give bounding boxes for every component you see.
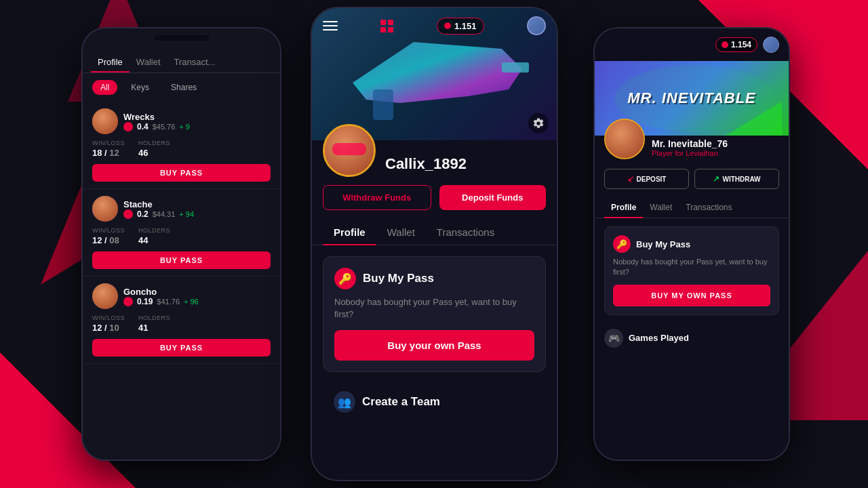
right-username: Mr. Inevitable_76 xyxy=(652,138,728,149)
center-token-icon xyxy=(527,16,546,35)
player-info-goncho: Goncho 0.19 $41.76 + 96 xyxy=(123,287,271,306)
right-token-badge: 1.154 xyxy=(715,37,757,52)
left-notch xyxy=(155,35,209,41)
center-token-count: 1.151 xyxy=(454,21,477,31)
player-price-wrecks: 0.4 $45.76 + 9 xyxy=(123,122,271,131)
wl-stat-wrecks: WIN/LOSS 18 / 12 xyxy=(92,140,125,159)
phone-right: 1.154 MR. INEVITABLE xyxy=(593,27,790,461)
change-stache: + 94 xyxy=(179,210,194,218)
buy-pass-desc-center: Nobody has bought your Pass yet, want to… xyxy=(334,296,534,321)
right-buy-pass-card: 🔑 Buy My Pass Nobody has bought your Pas… xyxy=(604,226,779,315)
player-stats-goncho: WIN/LOSS 12 / 10 HOLDERS 41 xyxy=(92,314,271,333)
holders-value-goncho: 41 xyxy=(138,323,148,333)
player-name-wrecks: Wrecks xyxy=(123,112,271,122)
filter-shares-button[interactable]: Shares xyxy=(163,80,205,95)
holders-stat-goncho: HOLDERS 41 xyxy=(138,314,170,333)
usd-value-wrecks: $45.76 xyxy=(153,123,176,131)
key-icon-stache xyxy=(123,209,133,219)
buy-pass-button-stache[interactable]: BUY PASS xyxy=(92,251,271,269)
holders-stat-wrecks: HOLDERS 46 xyxy=(138,140,170,159)
holders-label-stache: HOLDERS xyxy=(138,227,170,234)
buy-pass-button-goncho[interactable]: BUY PASS xyxy=(92,339,271,357)
wl-value-goncho: 12 / 10 xyxy=(92,323,119,333)
center-action-buttons: Withdraw Funds Deposit Funds xyxy=(312,185,557,220)
right-user-info: Mr. Inevitable_76 Player for Leviathan xyxy=(652,136,728,157)
right-pass-desc: Nobody has bought your Pass yet, want to… xyxy=(613,257,770,278)
buy-pass-header-center: 🔑 Buy My Pass xyxy=(334,268,534,289)
right-team-info: Player for Leviathan xyxy=(652,149,728,157)
left-tabs-bar: Profile Wallet Transact... xyxy=(83,46,280,73)
pass-icon-center: 🔑 xyxy=(334,268,356,289)
right-avatar xyxy=(604,119,645,159)
create-team-icon: 👥 xyxy=(334,391,355,413)
center-tab-transactions[interactable]: Transactions xyxy=(426,220,505,245)
avatar-stache xyxy=(92,196,118,222)
buy-pass-card-center: 🔑 Buy My Pass Nobody has bought your Pas… xyxy=(323,256,546,372)
change-wrecks: + 9 xyxy=(179,123,190,131)
left-tab-wallet[interactable]: Wallet xyxy=(130,53,167,73)
right-hero-text: MR. INEVITABLE xyxy=(627,89,756,107)
create-team-title: Create a Team xyxy=(362,395,440,409)
player-info-stache: Stache 0.2 $44.31 + 94 xyxy=(123,199,271,219)
key-icon-wrecks xyxy=(123,122,133,131)
deposit-funds-button[interactable]: Deposit Funds xyxy=(439,185,547,210)
gear-icon[interactable] xyxy=(528,113,549,134)
phones-container: Profile Wallet Transact... All Keys Shar… xyxy=(0,0,868,488)
withdraw-funds-button[interactable]: Withdraw Funds xyxy=(323,185,431,210)
right-deposit-button[interactable]: ↙ DEPOSIT xyxy=(604,169,689,189)
center-hero: 1.151 xyxy=(312,8,557,140)
center-avatar-wrap xyxy=(323,124,376,177)
avatar-wrecks xyxy=(92,108,118,134)
create-team-row: 👥 Create a Team xyxy=(323,382,546,422)
wl-value-wrecks: 18 / 12 xyxy=(92,148,119,158)
right-withdraw-button[interactable]: ↗ WITHDRAW xyxy=(694,169,779,189)
wl-value-stache: 12 / 08 xyxy=(92,235,119,245)
right-profile-section: Mr. Inevitable_76 Player for Leviathan xyxy=(595,136,789,166)
center-tab-wallet[interactable]: Wallet xyxy=(376,220,426,245)
right-pass-title: Buy My Pass xyxy=(636,239,690,249)
right-tab-wallet[interactable]: Wallet xyxy=(643,197,679,218)
center-avatar xyxy=(323,124,376,177)
player-card-goncho: Goncho 0.19 $41.76 + 96 WIN/LOSS xyxy=(83,277,280,364)
right-action-buttons: ↙ DEPOSIT ↗ WITHDRAW xyxy=(595,166,789,197)
player-stats-wrecks: WIN/LOSS 18 / 12 HOLDERS 46 xyxy=(92,140,271,159)
usd-value-goncho: $41.76 xyxy=(157,298,180,306)
center-token-badge: 1.151 xyxy=(437,18,484,35)
center-tabs: Profile Wallet Transactions xyxy=(312,220,557,245)
games-played-label: Games Played xyxy=(629,333,689,343)
wl-label-stache: WIN/LOSS xyxy=(92,227,125,234)
right-tab-profile[interactable]: Profile xyxy=(604,197,643,218)
wl-stat-goncho: WIN/LOSS 12 / 10 xyxy=(92,314,125,333)
key-value-goncho: 0.19 xyxy=(137,297,153,306)
deposit-arrow-icon: ↙ xyxy=(627,174,634,184)
svg-rect-1 xyxy=(373,89,393,120)
key-icon-goncho xyxy=(123,297,133,306)
wl-stat-stache: WIN/LOSS 12 / 08 xyxy=(92,227,125,246)
right-pass-icon: 🔑 xyxy=(613,235,631,253)
left-tab-transactions[interactable]: Transact... xyxy=(167,53,222,73)
center-username: Callix_1892 xyxy=(385,155,467,173)
filter-all-button[interactable]: All xyxy=(92,80,117,95)
center-tab-profile[interactable]: Profile xyxy=(323,220,376,245)
player-info-wrecks: Wrecks 0.4 $45.76 + 9 xyxy=(123,112,271,131)
right-buy-own-pass-button[interactable]: BUY MY OWN PASS xyxy=(613,285,770,306)
center-profile-row: Callix_1892 xyxy=(312,140,557,185)
right-content: 🔑 Buy My Pass Nobody has bought your Pas… xyxy=(595,218,789,363)
holders-stat-stache: HOLDERS 44 xyxy=(138,227,170,246)
buy-pass-button-wrecks[interactable]: BUY PASS xyxy=(92,164,271,182)
left-tab-profile[interactable]: Profile xyxy=(91,53,130,73)
usd-value-stache: $44.31 xyxy=(153,210,176,218)
buy-own-pass-button-center[interactable]: Buy your own Pass xyxy=(334,330,534,361)
avatar-goncho xyxy=(92,283,118,309)
hamburger-icon[interactable] xyxy=(323,21,338,30)
wl-label-wrecks: WIN/LOSS xyxy=(92,140,125,146)
games-played-icon: 🎮 xyxy=(604,329,623,348)
menu-grid-icon[interactable] xyxy=(380,20,393,33)
right-tab-transactions[interactable]: Transactions xyxy=(679,197,738,218)
right-token-icon xyxy=(763,37,779,53)
token-dot-icon xyxy=(444,22,451,29)
right-token-count: 1.154 xyxy=(731,40,751,49)
right-tabs: Profile Wallet Transactions xyxy=(595,197,789,218)
player-name-goncho: Goncho xyxy=(123,287,271,297)
filter-keys-button[interactable]: Keys xyxy=(123,80,157,95)
